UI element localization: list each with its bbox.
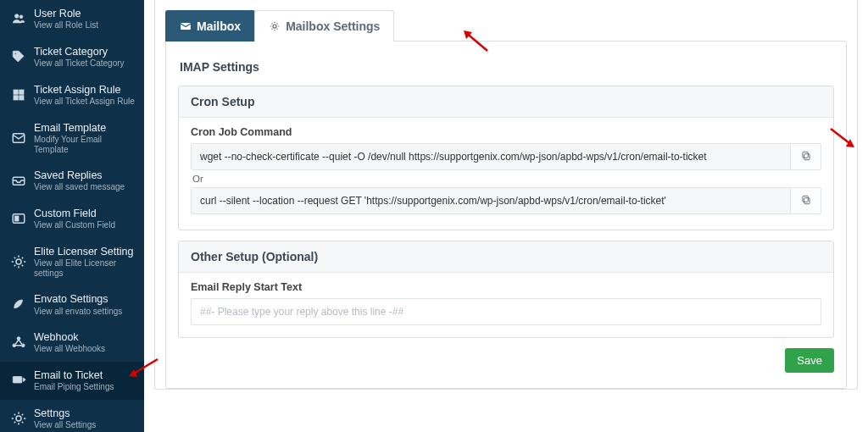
reply-start-label: Email Reply Start Text (191, 281, 821, 293)
cron-setup-heading: Cron Setup (179, 86, 833, 118)
sidebar-item-title: Saved Replies (34, 169, 125, 181)
sidebar-item-title: Envato Settings (34, 293, 122, 305)
cron-command-2-input[interactable] (191, 187, 791, 214)
sidebar-item-ticket-category[interactable]: Ticket Category View all Ticket Category (0, 38, 144, 76)
tab-label: Mailbox Settings (286, 19, 380, 33)
envelope-icon (180, 20, 192, 32)
reply-start-input[interactable] (191, 298, 821, 325)
svg-point-2 (14, 53, 16, 55)
sidebar: User Role View all Role List Ticket Cate… (0, 0, 144, 432)
grid-icon (10, 86, 27, 103)
svg-rect-20 (802, 152, 807, 158)
svg-rect-10 (15, 216, 19, 221)
cron-setup-panel: Cron Setup Cron Job Command Or (178, 86, 834, 230)
svg-rect-19 (804, 153, 809, 159)
sidebar-item-title: Custom Field (34, 208, 115, 219)
tab-mailbox[interactable]: Mailbox (165, 10, 255, 42)
copy-icon (800, 194, 812, 208)
svg-point-0 (15, 14, 19, 19)
svg-rect-3 (14, 90, 18, 94)
sidebar-item-sub: View all Settings (34, 420, 96, 430)
copy-button-2[interactable] (791, 187, 821, 214)
svg-point-18 (273, 25, 276, 28)
tab-mailbox-settings[interactable]: Mailbox Settings (254, 10, 394, 42)
forward-icon (10, 372, 27, 389)
sidebar-item-elite-licenser[interactable]: Elite Licenser Setting View all Elite Li… (0, 238, 144, 285)
sidebar-item-title: Email Template (34, 122, 136, 134)
svg-rect-5 (14, 96, 18, 100)
sidebar-item-webhook[interactable]: Webhook View all Webhooks (0, 324, 144, 362)
gear-icon (269, 20, 281, 32)
svg-point-1 (19, 15, 23, 19)
inbox-icon (10, 172, 27, 189)
sidebar-item-sub: View all Role List (34, 20, 98, 30)
sidebar-item-envato-settings[interactable]: Envato Settings View all envato settings (0, 285, 144, 324)
sidebar-item-sub: View all envato settings (34, 307, 122, 317)
hook-icon (10, 334, 27, 351)
sidebar-item-title: Email to Ticket (34, 369, 114, 381)
sidebar-item-title: Settngs (34, 407, 96, 419)
sidebar-item-user-role[interactable]: User Role View all Role List (0, 0, 144, 38)
sidebar-item-custom-field[interactable]: Custom Field View all Custom Field (0, 200, 144, 238)
sidebar-item-email-template[interactable]: Email Template Modify Your Email Templat… (0, 114, 144, 162)
sidebar-item-title: Webhook (34, 331, 105, 343)
sidebar-item-sub: View all Ticket Category (34, 58, 125, 69)
leaf-icon (10, 296, 27, 313)
imap-settings-heading: IMAP Settings (178, 53, 834, 86)
sidebar-item-title: Ticket Assign Rule (34, 84, 135, 96)
sidebar-item-sub: Modify Your Email Template (34, 135, 136, 154)
sidebar-item-sub: View all Elite Licenser settings (34, 258, 136, 278)
sidebar-item-title: Elite Licenser Setting (34, 246, 136, 258)
sidebar-item-email-to-ticket[interactable]: Email to Ticket Email Piping Settings (0, 362, 144, 400)
tab-label: Mailbox (197, 19, 241, 33)
sidebar-item-settings[interactable]: Settngs View all Settings (0, 400, 144, 432)
tab-panel-mailbox: IMAP Settings Cron Setup Cron Job Comman… (165, 41, 847, 389)
cron-command-label: Cron Job Command (191, 126, 821, 138)
sidebar-item-ticket-assign-rule[interactable]: Ticket Assign Rule View all Ticket Assig… (0, 76, 144, 114)
svg-point-11 (16, 259, 21, 264)
gear-icon (10, 410, 27, 427)
copy-icon (800, 150, 812, 164)
svg-point-16 (16, 416, 21, 421)
tabstrip: Mailbox Mailbox Settings (165, 10, 847, 42)
users-icon (10, 10, 27, 27)
other-setup-panel: Other Setup (Optional) Email Reply Start… (178, 241, 834, 338)
sidebar-item-sub: View all saved message (34, 182, 125, 192)
sidebar-item-sub: View all Ticket Assign Rule (34, 97, 135, 107)
svg-point-12 (17, 337, 20, 341)
copy-button-1[interactable] (791, 143, 821, 170)
sidebar-item-sub: View all Custom Field (34, 220, 115, 230)
layout-icon (10, 210, 27, 227)
svg-rect-22 (802, 196, 807, 202)
sidebar-item-title: User Role (34, 8, 98, 19)
svg-point-14 (21, 344, 25, 347)
cron-command-1-input[interactable] (191, 143, 791, 170)
sidebar-item-sub: View all Webhooks (34, 344, 105, 354)
other-setup-heading: Other Setup (Optional) (179, 241, 833, 273)
svg-rect-15 (13, 377, 22, 384)
save-button[interactable]: Save (785, 348, 834, 373)
gear-icon (10, 253, 27, 270)
sidebar-item-saved-replies[interactable]: Saved Replies View all saved message (0, 162, 144, 200)
mail-icon (10, 130, 27, 147)
svg-rect-21 (804, 197, 809, 203)
svg-rect-6 (19, 96, 24, 100)
sidebar-item-sub: Email Piping Settings (34, 382, 114, 392)
sidebar-item-title: Ticket Category (34, 46, 125, 58)
or-separator: Or (192, 174, 821, 184)
tag-icon (10, 48, 27, 65)
svg-rect-4 (19, 90, 24, 94)
main-content: Mailbox Mailbox Settings IMAP Settings C… (144, 0, 868, 432)
svg-point-13 (13, 344, 16, 347)
